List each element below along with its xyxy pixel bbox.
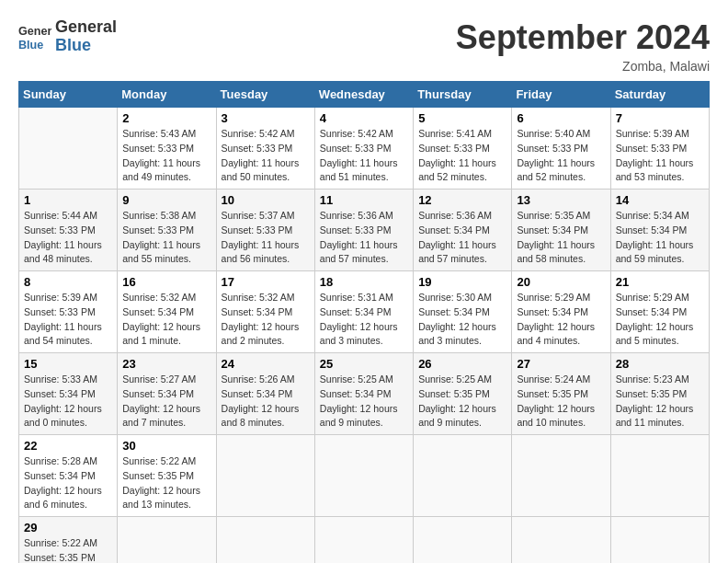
day-info: Sunrise: 5:29 AMSunset: 5:34 PMDaylight:… xyxy=(616,292,694,346)
table-row: 15 Sunrise: 5:33 AMSunset: 5:34 PMDaylig… xyxy=(19,353,118,435)
day-info: Sunrise: 5:23 AMSunset: 5:35 PMDaylight:… xyxy=(616,373,694,428)
table-row xyxy=(19,108,118,190)
svg-text:General: General xyxy=(18,25,51,38)
day-info: Sunrise: 5:28 AMSunset: 5:34 PMDaylight:… xyxy=(24,455,102,510)
day-info: Sunrise: 5:27 AMSunset: 5:34 PMDaylight:… xyxy=(122,373,200,428)
table-row: 8 Sunrise: 5:39 AMSunset: 5:33 PMDayligh… xyxy=(19,271,118,353)
day-number: 10 xyxy=(222,193,310,207)
day-info: Sunrise: 5:25 AMSunset: 5:34 PMDaylight:… xyxy=(320,373,398,428)
col-wednesday: Wednesday xyxy=(314,82,413,108)
table-row: 30 Sunrise: 5:22 AMSunset: 5:35 PMDaylig… xyxy=(118,435,216,517)
day-info: Sunrise: 5:26 AMSunset: 5:34 PMDaylight:… xyxy=(222,373,300,428)
day-info: Sunrise: 5:37 AMSunset: 5:33 PMDaylight:… xyxy=(222,210,300,264)
day-number: 8 xyxy=(24,275,112,289)
logo-icon: General Blue xyxy=(18,20,51,53)
table-row xyxy=(414,435,512,517)
col-sunday: Sunday xyxy=(19,82,118,108)
logo: General Blue General Blue xyxy=(18,18,117,55)
table-row xyxy=(414,517,512,564)
table-row xyxy=(512,435,610,517)
table-row: 16 Sunrise: 5:32 AMSunset: 5:34 PMDaylig… xyxy=(118,271,216,353)
calendar-week-6: 29 Sunrise: 5:22 AMSunset: 5:35 PMDaylig… xyxy=(19,517,710,564)
day-number: 26 xyxy=(418,357,506,371)
day-info: Sunrise: 5:44 AMSunset: 5:33 PMDaylight:… xyxy=(24,210,102,264)
day-number: 7 xyxy=(616,111,704,125)
day-number: 18 xyxy=(320,275,408,289)
day-number: 13 xyxy=(517,193,605,207)
day-info: Sunrise: 5:43 AMSunset: 5:33 PMDaylight:… xyxy=(122,128,200,182)
table-row xyxy=(216,517,314,564)
col-thursday: Thursday xyxy=(414,82,512,108)
day-number: 20 xyxy=(517,275,605,289)
day-info: Sunrise: 5:22 AMSunset: 5:35 PMDaylight:… xyxy=(122,455,200,510)
day-number: 2 xyxy=(122,111,210,125)
table-row: 28 Sunrise: 5:23 AMSunset: 5:35 PMDaylig… xyxy=(610,353,709,435)
table-row: 26 Sunrise: 5:25 AMSunset: 5:35 PMDaylig… xyxy=(414,353,512,435)
col-saturday: Saturday xyxy=(610,82,709,108)
day-info: Sunrise: 5:40 AMSunset: 5:33 PMDaylight:… xyxy=(517,128,595,182)
day-info: Sunrise: 5:41 AMSunset: 5:33 PMDaylight:… xyxy=(418,128,496,182)
day-info: Sunrise: 5:34 AMSunset: 5:34 PMDaylight:… xyxy=(616,210,694,264)
calendar-week-4: 15 Sunrise: 5:33 AMSunset: 5:34 PMDaylig… xyxy=(19,353,710,435)
table-row xyxy=(118,517,216,564)
table-row xyxy=(314,435,413,517)
day-info: Sunrise: 5:22 AMSunset: 5:35 PMDaylight:… xyxy=(24,537,102,563)
table-row: 19 Sunrise: 5:30 AMSunset: 5:34 PMDaylig… xyxy=(414,271,512,353)
table-row: 6 Sunrise: 5:40 AMSunset: 5:33 PMDayligh… xyxy=(512,108,610,190)
table-row: 22 Sunrise: 5:28 AMSunset: 5:34 PMDaylig… xyxy=(19,435,118,517)
table-row: 3 Sunrise: 5:42 AMSunset: 5:33 PMDayligh… xyxy=(216,108,314,190)
day-info: Sunrise: 5:25 AMSunset: 5:35 PMDaylight:… xyxy=(418,373,496,428)
day-number: 19 xyxy=(418,275,506,289)
page-header: General Blue General Blue September 2024… xyxy=(18,18,710,74)
col-friday: Friday xyxy=(512,82,610,108)
table-row: 13 Sunrise: 5:35 AMSunset: 5:34 PMDaylig… xyxy=(512,190,610,271)
svg-text:Blue: Blue xyxy=(18,38,43,51)
day-info: Sunrise: 5:32 AMSunset: 5:34 PMDaylight:… xyxy=(122,292,200,346)
table-row: 10 Sunrise: 5:37 AMSunset: 5:33 PMDaylig… xyxy=(216,190,314,271)
day-info: Sunrise: 5:36 AMSunset: 5:33 PMDaylight:… xyxy=(320,210,398,264)
title-block: September 2024 Zomba, Malawi xyxy=(456,18,710,74)
table-row: 24 Sunrise: 5:26 AMSunset: 5:34 PMDaylig… xyxy=(216,353,314,435)
day-number: 27 xyxy=(517,357,605,371)
day-info: Sunrise: 5:32 AMSunset: 5:34 PMDaylight:… xyxy=(222,292,300,346)
table-row xyxy=(610,435,709,517)
table-row: 7 Sunrise: 5:39 AMSunset: 5:33 PMDayligh… xyxy=(610,108,709,190)
day-info: Sunrise: 5:33 AMSunset: 5:34 PMDaylight:… xyxy=(24,373,102,428)
calendar-week-3: 8 Sunrise: 5:39 AMSunset: 5:33 PMDayligh… xyxy=(19,271,710,353)
day-info: Sunrise: 5:39 AMSunset: 5:33 PMDaylight:… xyxy=(616,128,694,182)
table-row: 4 Sunrise: 5:42 AMSunset: 5:33 PMDayligh… xyxy=(314,108,413,190)
table-row: 17 Sunrise: 5:32 AMSunset: 5:34 PMDaylig… xyxy=(216,271,314,353)
day-number: 22 xyxy=(24,439,112,453)
day-info: Sunrise: 5:36 AMSunset: 5:34 PMDaylight:… xyxy=(418,210,496,264)
day-info: Sunrise: 5:38 AMSunset: 5:33 PMDaylight:… xyxy=(122,210,200,264)
day-info: Sunrise: 5:30 AMSunset: 5:34 PMDaylight:… xyxy=(418,292,496,346)
table-row: 29 Sunrise: 5:22 AMSunset: 5:35 PMDaylig… xyxy=(19,517,118,564)
table-row: 25 Sunrise: 5:25 AMSunset: 5:34 PMDaylig… xyxy=(314,353,413,435)
day-number: 4 xyxy=(320,111,408,125)
day-number: 21 xyxy=(616,275,704,289)
day-number: 12 xyxy=(418,193,506,207)
day-number: 16 xyxy=(122,275,210,289)
day-number: 5 xyxy=(418,111,506,125)
table-row: 11 Sunrise: 5:36 AMSunset: 5:33 PMDaylig… xyxy=(314,190,413,271)
day-number: 29 xyxy=(24,521,112,534)
col-monday: Monday xyxy=(118,82,216,108)
day-info: Sunrise: 5:24 AMSunset: 5:35 PMDaylight:… xyxy=(517,373,595,428)
table-row xyxy=(512,517,610,564)
table-row xyxy=(314,517,413,564)
day-number: 17 xyxy=(222,275,310,289)
table-row: 27 Sunrise: 5:24 AMSunset: 5:35 PMDaylig… xyxy=(512,353,610,435)
day-number: 11 xyxy=(320,193,408,207)
table-row: 2 Sunrise: 5:43 AMSunset: 5:33 PMDayligh… xyxy=(118,108,216,190)
day-info: Sunrise: 5:35 AMSunset: 5:34 PMDaylight:… xyxy=(517,210,595,264)
month-title: September 2024 xyxy=(456,18,710,57)
day-number: 30 xyxy=(122,439,210,453)
day-number: 1 xyxy=(24,193,112,207)
day-number: 28 xyxy=(616,357,704,371)
col-tuesday: Tuesday xyxy=(216,82,314,108)
table-row: 14 Sunrise: 5:34 AMSunset: 5:34 PMDaylig… xyxy=(610,190,709,271)
table-row: 18 Sunrise: 5:31 AMSunset: 5:34 PMDaylig… xyxy=(314,271,413,353)
day-number: 15 xyxy=(24,357,112,371)
day-number: 25 xyxy=(320,357,408,371)
table-row: 1 Sunrise: 5:44 AMSunset: 5:33 PMDayligh… xyxy=(19,190,118,271)
